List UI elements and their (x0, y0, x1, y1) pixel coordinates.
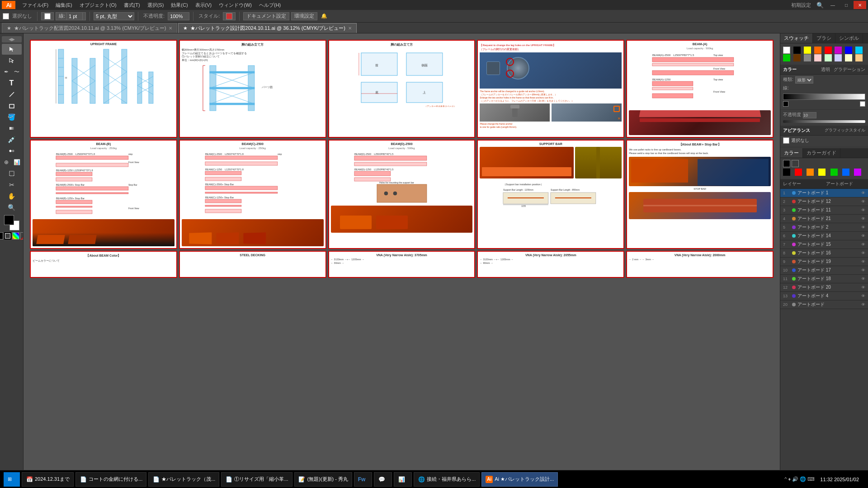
eye-icon-8[interactable]: 👁 (861, 251, 865, 255)
stroke-mode[interactable] (4, 232, 11, 239)
opacity-slider[interactable] (783, 120, 865, 123)
eye-icon-5[interactable]: 👁 (861, 225, 865, 230)
gradient-tool[interactable] (2, 123, 22, 134)
eye-icon-4[interactable]: 👁 (861, 216, 865, 221)
type-select[interactable]: 線形 (795, 76, 813, 84)
tab-2[interactable]: ★ ★パレットラック設計図2024.10.11.ai @ 36.12% (CMY… (178, 23, 356, 33)
minimize-button[interactable]: — (826, 1, 839, 9)
eyedropper-tool[interactable]: 💉 (2, 134, 22, 145)
artboard-3[interactable]: 脚の組み立て方 前 側面 底 上 (328, 40, 476, 138)
menu-text[interactable]: 書式(T) (121, 1, 143, 9)
layer-row-12[interactable]: 12 アートボード 20 👁 (780, 283, 868, 292)
taskbar-item-fw[interactable]: Fw (354, 472, 372, 487)
artboard-13[interactable]: VNA (Very Narrow Aisle): 3705mm ← 3133mm… (328, 251, 476, 278)
blend-tool[interactable] (2, 145, 22, 156)
stroke-box[interactable]: 線: (56, 12, 86, 20)
tab-close-1[interactable]: ✕ (169, 26, 172, 31)
slice-tool[interactable]: ✂ (2, 179, 22, 190)
eye-icon-13[interactable]: 👁 (861, 294, 865, 298)
cg-peach[interactable] (855, 54, 863, 61)
swatch-tab[interactable]: スウォッチ (780, 33, 813, 43)
eye-icon-7[interactable]: 👁 (861, 242, 865, 247)
cg-cyan[interactable] (855, 47, 863, 54)
help-icon[interactable]: 🔔 (319, 13, 329, 19)
taskbar-item-4[interactable]: 📄 ①リサイズ用「縮小革... (221, 472, 292, 487)
tab-1[interactable]: ★ ★パレットラック配置図2024.10.11.ai @ 3.13% (CMYK… (2, 23, 177, 33)
layer-row-11[interactable]: 11 アートボード 18 👁 (780, 275, 868, 283)
layer-row-1[interactable]: 1 アートボード 1 👁 (780, 189, 868, 197)
artboard-6[interactable]: BEAM-(B) Load capacity : 250kg BEAM(B)-2… (30, 140, 177, 249)
appearance-swatch[interactable] (783, 137, 789, 144)
taskbar-item-2[interactable]: 📄 コートの金網に付ける... (75, 472, 146, 487)
artboard-7[interactable]: BEAM(C)-2500 Load capacity : 250kg BEAM(… (179, 140, 326, 249)
column-graph-tool[interactable]: 📊 (12, 157, 22, 168)
taskbar-item-3[interactable]: 📄 ★パレットラック（茂... (148, 472, 219, 487)
cg-yellow[interactable] (804, 47, 811, 54)
taskbar-item-browser[interactable]: 🌐 接続・福井県あらら... (414, 472, 480, 487)
cg-brown[interactable] (793, 54, 801, 61)
foreground-swatch[interactable] (4, 215, 14, 225)
layer-row-9[interactable]: 9 アートボード 19 👁 (780, 258, 868, 266)
cp-blue[interactable] (842, 169, 849, 176)
menu-view[interactable]: 表示(V) (192, 1, 215, 9)
artboard-tab-label[interactable]: アートボード (826, 181, 865, 187)
cg-lightblue[interactable] (835, 54, 842, 61)
symbol-tab[interactable]: シンボル (835, 33, 863, 43)
stroke-input[interactable] (66, 12, 83, 20)
layer-row-2[interactable]: 2 アートボード 12 👁 (780, 197, 868, 206)
cg-pink[interactable] (814, 54, 821, 61)
cp-black[interactable] (783, 169, 790, 176)
cg-gray[interactable] (804, 54, 811, 61)
cg-lightyellow[interactable] (845, 54, 852, 61)
doc-settings-button[interactable]: ドキュメント設定 (243, 12, 289, 20)
cg-red[interactable] (825, 47, 832, 54)
artboard-10[interactable]: 【About BEAM＋Stop Bar】 We use pallet rack… (626, 140, 774, 249)
taskbar-item-5[interactable]: 📝 (無題)(更新) - 秀丸 (294, 472, 352, 487)
eye-icon-3[interactable]: 👁 (861, 208, 865, 212)
line-tool[interactable] (2, 89, 22, 100)
artboard-9[interactable]: SUPPORT BAR （Support bar installation po… (477, 140, 624, 249)
eye-icon-2[interactable]: 👁 (861, 199, 865, 204)
opacity-input[interactable] (168, 12, 189, 20)
menu-help[interactable]: ヘルプ(H) (256, 1, 284, 9)
zoom-tool[interactable]: 🔍 (2, 202, 22, 213)
gradient-mode[interactable] (12, 232, 19, 239)
layer-row-5[interactable]: 5 アートボード 2 👁 (780, 223, 868, 232)
artboard-15[interactable]: VNA (Very Narrow Aisle): 2000mm ← 2 mm →… (626, 251, 774, 278)
fill-box[interactable] (41, 12, 54, 20)
cg-white[interactable] (783, 47, 790, 54)
artboard-12[interactable]: STEEL DECKING (179, 251, 326, 278)
artboard-4[interactable]: 【Request to change the leg holes on the … (477, 40, 624, 138)
env-settings-button[interactable]: 環境設定 (291, 12, 317, 20)
menu-window[interactable]: ウィンドウ(W) (216, 1, 255, 9)
cp-yellow[interactable] (818, 169, 826, 176)
layer-row-13[interactable]: 13 アートボード 4 👁 (780, 292, 868, 300)
layer-row-7[interactable]: 7 アートボード 15 👁 (780, 240, 868, 249)
maximize-button[interactable]: □ (840, 1, 853, 9)
menu-object[interactable]: オブジェクト(O) (76, 1, 120, 9)
select-tool[interactable] (2, 44, 22, 55)
cg-orange[interactable] (814, 47, 821, 54)
layer-tab-label[interactable]: レイヤー (783, 181, 822, 187)
layer-row-3[interactable]: 3 アートボード 11 👁 (780, 206, 868, 215)
cp-red[interactable] (795, 169, 802, 176)
symbol-spray-tool[interactable]: ⊕ (2, 157, 11, 168)
taskbar-item-ai[interactable]: Ai Ai ★パレットラック設計... (481, 472, 558, 487)
grad-stop-right[interactable] (860, 101, 865, 107)
artboard-14[interactable]: VNA (Very Narrow Aisle): 2055mm ← 3133mm… (477, 251, 624, 278)
cp-orange[interactable] (807, 169, 814, 176)
eye-icon-11[interactable]: 👁 (861, 277, 865, 281)
layer-row-20[interactable]: 20 アートボード 👁 (780, 300, 868, 309)
menu-file[interactable]: ファイル(F) (19, 1, 52, 9)
eye-icon-9[interactable]: 👁 (861, 259, 865, 264)
cg-magenta[interactable] (835, 47, 842, 54)
artboard-tool[interactable] (2, 168, 22, 179)
direct-select-tool[interactable] (2, 55, 22, 66)
canvas-area[interactable]: UPRIGHT FRAME (24, 33, 780, 475)
layer-row-6[interactable]: 6 アートボード 14 👁 (780, 232, 868, 240)
layer-row-8[interactable]: 8 アートボード 16 👁 (780, 249, 868, 258)
cp-purple[interactable] (854, 169, 861, 176)
eye-icon-1[interactable]: 👁 (861, 191, 865, 195)
eye-icon-6[interactable]: 👁 (861, 234, 865, 238)
toolbox-collapse[interactable]: ◀▶ (2, 36, 22, 42)
